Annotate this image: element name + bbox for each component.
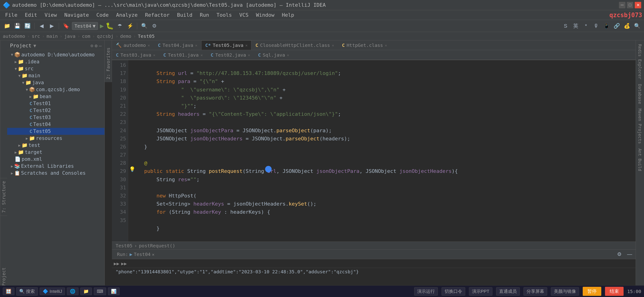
menu-build[interactable]: Build — [174, 11, 196, 19]
tab-database[interactable]: Database — [636, 82, 643, 106]
tree-item-pom[interactable]: 📄 pom.xml — [7, 156, 104, 163]
tree-item-resources[interactable]: 📁 resources — [7, 135, 104, 142]
breadcrumb-src[interactable]: src — [32, 33, 40, 39]
save-button[interactable]: 💾 — [13, 22, 21, 30]
run-config-selector[interactable]: Test04 ▼ — [72, 22, 98, 30]
tree-item-scratches[interactable]: 📋 Scratches and Consoles — [7, 170, 104, 177]
tab-run-label[interactable]: Run: ▶ Test04 ✕ — [114, 251, 158, 258]
bottom-close-btn[interactable]: — — [626, 250, 634, 259]
tree-item-test[interactable]: 📁 test — [7, 142, 104, 149]
window-controls[interactable]: ─ □ ✕ — [619, 2, 641, 8]
tab-ant-build[interactable]: Ant Build — [636, 147, 643, 173]
toolbar-right-btn-5[interactable]: 📱 — [602, 22, 610, 30]
taskbar-app-btn[interactable]: 📊 — [108, 288, 120, 295]
tree-item-test05[interactable]: C Test05 — [7, 128, 104, 135]
toolbar-right-btn-8[interactable]: 🔍 — [633, 22, 641, 30]
taskbar-demo-btn[interactable]: 演示运行 — [414, 287, 438, 296]
code-editor[interactable]: 16 17 18 19 20 21 22 23 24 25 26 27 28 2… — [112, 60, 636, 242]
menu-edit[interactable]: Edit — [22, 11, 40, 19]
nav-prev[interactable]: ▶▶ — [114, 261, 119, 266]
lightbulb-icon[interactable]: 💡 — [129, 166, 135, 172]
tab-close-closeablehttpclient[interactable]: ✕ — [332, 43, 334, 47]
tree-item-autodemo[interactable]: 📦 autodemo D:\demo\autodemo — [7, 51, 104, 58]
tree-item-test02[interactable]: C Test02 — [7, 107, 104, 114]
breadcrumb-demo[interactable]: demo — [120, 33, 131, 39]
breadcrumb-qzcsbj[interactable]: qzcsbj — [97, 33, 114, 39]
tree-item-test03[interactable]: C Test03 — [7, 114, 104, 121]
tree-scope-icon[interactable]: ⊙ — [90, 43, 93, 48]
forward-button[interactable]: ▶ — [48, 22, 56, 30]
tab-maven[interactable]: Maven Projects — [636, 107, 643, 146]
tree-gear-icon[interactable]: ⚙ — [95, 43, 98, 48]
tree-item-test01[interactable]: C Test01 — [7, 100, 104, 107]
tab-test03[interactable]: C Test03.java ✕ — [112, 50, 159, 60]
sync-button[interactable]: 🔄 — [23, 22, 32, 30]
tab-project[interactable]: 1: Project — [0, 40, 7, 297]
tree-item-java[interactable]: 📁 java — [7, 79, 104, 86]
bottom-settings-btn[interactable]: ⚙ — [615, 250, 624, 259]
run-button[interactable]: ▶ — [100, 22, 104, 30]
tab-close-autodemo[interactable]: ✕ — [148, 43, 150, 47]
code-content[interactable]: String url = "http://47.108.153.47:18089… — [128, 60, 636, 242]
profile-button[interactable]: ⚡ — [126, 22, 134, 30]
menu-navigate[interactable]: Navigate — [61, 11, 92, 19]
breadcrumb-com[interactable]: com — [82, 33, 90, 39]
toolbar-right-btn-2[interactable]: 英 — [572, 22, 580, 30]
taskbar-ppt-btn[interactable]: 演示PPT — [469, 287, 492, 296]
tab-sql[interactable]: C Sql.java ✕ — [254, 50, 293, 60]
open-file-button[interactable]: 📁 — [3, 22, 11, 30]
nav-next[interactable]: ▶▶ — [121, 261, 127, 266]
editor-breadcrumb-class[interactable]: Test05 — [116, 243, 132, 249]
toolbar-right-btn-6[interactable]: 🔗 — [612, 22, 621, 30]
tab-autodemo[interactable]: 🔨 autodemo ✕ — [112, 40, 154, 50]
coverage-button[interactable]: ☂ — [116, 22, 124, 30]
menu-vcs[interactable]: VCS — [236, 11, 252, 19]
tab-close-test02[interactable]: ✕ — [248, 53, 250, 57]
menu-help[interactable]: Help — [278, 11, 298, 19]
tree-dropdown-arrow[interactable]: ▼ — [34, 43, 36, 48]
tab-test04[interactable]: C Test04.java ✕ — [154, 40, 201, 50]
bookmark-button[interactable]: 🔖 — [62, 22, 70, 30]
taskbar-members-btn[interactable]: 直通成员 — [496, 287, 520, 296]
toolbar-right-btn-3[interactable]: * — [582, 22, 590, 30]
tab-redis-explorer[interactable]: Redis Explorer — [636, 42, 643, 81]
tree-item-src[interactable]: 📁 src — [7, 65, 104, 72]
taskbar-folder-btn[interactable]: 📁 — [80, 288, 92, 295]
run-close-icon[interactable]: ✕ — [152, 252, 154, 257]
tree-item-test04[interactable]: C Test04 — [7, 121, 104, 128]
tree-item-bean[interactable]: 📁 bean — [7, 93, 104, 100]
close-button[interactable]: ✕ — [635, 2, 641, 8]
taskbar-share-btn[interactable]: 分享屏幕 — [524, 287, 547, 296]
minimize-button[interactable]: ─ — [619, 2, 626, 8]
taskbar-search-btn[interactable]: 🔍 搜索 — [16, 287, 38, 296]
tab-structure[interactable]: 7: Structure — [0, 178, 7, 216]
tree-item-target[interactable]: 📁 target — [7, 149, 104, 156]
menu-file[interactable]: File — [2, 11, 21, 19]
breadcrumb-java[interactable]: java — [64, 33, 76, 39]
tree-item-idea[interactable]: 📁 .idea — [7, 58, 104, 65]
debug-button[interactable]: 🐛 — [106, 22, 114, 30]
tab-test02[interactable]: C Test02.java ✕ — [206, 50, 254, 60]
tab-close-test04[interactable]: ✕ — [195, 43, 197, 47]
toolbar-right-btn-1[interactable]: S — [561, 22, 570, 30]
toolbar-right-btn-4[interactable]: 🎙 — [592, 22, 600, 30]
tab-test05[interactable]: C* Test05.java ✕ — [201, 40, 252, 50]
toolbar-right-btn-7[interactable]: 💰 — [623, 22, 631, 30]
menu-run[interactable]: Run — [197, 11, 212, 19]
tab-close-test03[interactable]: ✕ — [153, 53, 156, 57]
menu-refactor[interactable]: Refactor — [142, 11, 173, 19]
settings-button[interactable]: ⚙ — [150, 22, 158, 30]
taskbar-browser-btn[interactable]: 🌐 — [67, 288, 78, 295]
tree-item-com[interactable]: 📦 com.qzcsbj.demo — [7, 86, 104, 93]
tab-test01[interactable]: C Test01.java ✕ — [159, 50, 206, 60]
tree-item-main[interactable]: 📁 main — [7, 72, 104, 79]
taskbar-end-btn[interactable]: 结束 — [605, 287, 624, 296]
tab-closeablehttpclient[interactable]: C CloseableHttpClient.class ✕ — [252, 40, 338, 50]
taskbar-beauty-btn[interactable]: 美颜与镜像 — [551, 287, 579, 296]
editor-breadcrumb-method[interactable]: postRequest() — [139, 243, 175, 249]
taskbar-terminal-btn[interactable]: ⌨ — [94, 288, 106, 295]
taskbar-switch-btn[interactable]: 切换口令 — [442, 287, 465, 296]
back-button[interactable]: ◀ — [38, 22, 46, 30]
tab-favorites[interactable]: 2: Favorites — [105, 40, 112, 82]
taskbar-intellij-btn[interactable]: 🔷 IntelliJ — [40, 288, 65, 295]
